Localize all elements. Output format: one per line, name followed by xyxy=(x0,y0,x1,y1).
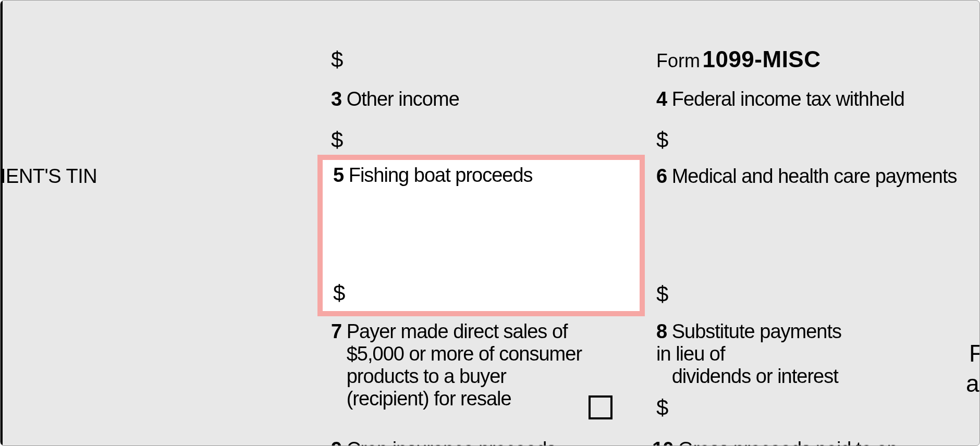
box-3-number: 3 xyxy=(331,88,341,110)
box-10-text: Gross proceeds paid to an xyxy=(678,438,898,446)
box-3-label: 3 Other income xyxy=(331,88,459,110)
dollar-sign: $ xyxy=(331,47,343,72)
recipient-tin-label: IENT'S TIN xyxy=(1,165,97,188)
form-word: Form xyxy=(656,50,700,71)
box-9-number: 9 xyxy=(331,438,341,446)
box-4-dollar: $ xyxy=(656,128,668,153)
box-4-label: 4 Federal income tax withheld xyxy=(656,88,904,110)
box-5-label: 5 Fishing boat proceeds xyxy=(333,164,533,187)
box-7-text-line4: (recipient) for resale xyxy=(347,388,511,410)
box-4-text: Federal income tax withheld xyxy=(672,88,904,110)
box-9-text: Crop insurance proceeds xyxy=(347,438,556,446)
box-5-number: 5 xyxy=(333,164,344,186)
box-7-text-line2: $5,000 or more of consumer xyxy=(347,343,582,365)
box-6-dollar: $ xyxy=(656,282,668,307)
form-1099-misc-fragment: $ Form 1099-MISC 3 Other income $ 4 Fede… xyxy=(0,0,980,446)
box-8-number: 8 xyxy=(656,320,667,342)
box-4-number: 4 xyxy=(656,88,667,110)
box-8-text-line2: dividends or interest xyxy=(672,365,838,387)
box-8-dollar: $ xyxy=(656,395,668,420)
box-top-dollar: $ xyxy=(331,47,343,72)
box-8-text-line1: Substitute payments in lieu of xyxy=(656,320,841,365)
box-5-dollar: $ xyxy=(333,281,345,306)
box-7-text-line1: Payer made direct sales of xyxy=(347,320,568,342)
checkbox-icon xyxy=(589,395,612,419)
box-9-label: 9 Crop insurance proceeds xyxy=(331,438,556,446)
box-7-checkbox[interactable] xyxy=(589,395,612,419)
right-clip-2: a xyxy=(966,369,979,398)
box-3-text: Other income xyxy=(347,88,459,110)
right-clip-1: F xyxy=(969,339,980,367)
box-5-text: Fishing boat proceeds xyxy=(349,164,533,186)
box-5-highlight: 5 Fishing boat proceeds $ xyxy=(317,155,645,316)
box-6-label: 6 Medical and health care payments xyxy=(656,165,957,188)
recipient-tin-text: IENT'S TIN xyxy=(1,165,97,187)
form-number: 1099-MISC xyxy=(702,46,820,72)
box-3-dollar: $ xyxy=(331,128,343,153)
box-6-number: 6 xyxy=(656,165,667,187)
box-8-label: 8 Substitute payments in lieu of 8 divid… xyxy=(656,320,849,388)
box-7-text-line3: products to a buyer xyxy=(347,365,506,387)
form-title: Form 1099-MISC xyxy=(656,46,821,72)
box-7-number: 7 xyxy=(331,320,341,342)
box-6-text: Medical and health care payments xyxy=(672,165,957,187)
box-10-label: 10 Gross proceeds paid to an xyxy=(652,438,898,446)
box-10-number: 10 xyxy=(652,438,673,446)
